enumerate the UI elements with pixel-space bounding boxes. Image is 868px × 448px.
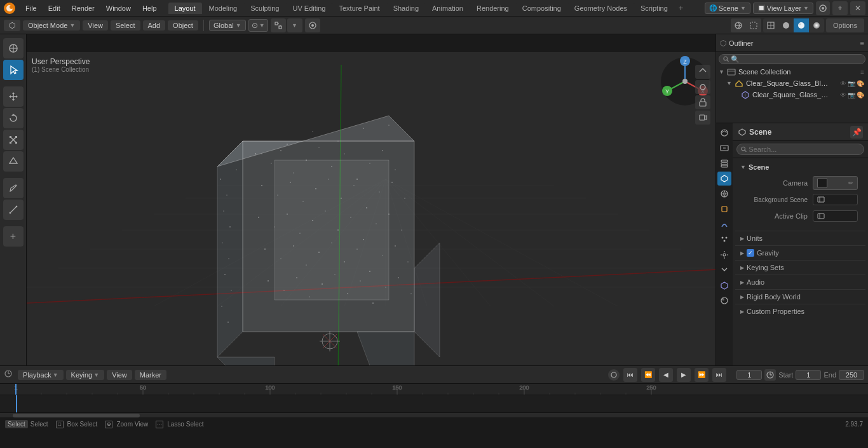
gravity-toggle[interactable]: ▶ ✓ Gravity	[738, 247, 863, 259]
outliner-scene-collection[interactable]: ▼ Scene Collection ≡	[716, 66, 868, 78]
workspace-tab-shading[interactable]: Shading	[387, 3, 425, 14]
workspace-tab-layout[interactable]: Layout	[168, 3, 202, 14]
3d-viewport[interactable]: User Perspective (1) Scene Collection Z …	[27, 34, 715, 365]
frame-clock-button[interactable]	[764, 369, 776, 381]
snap-type-button[interactable]: ▼	[287, 18, 302, 32]
toggle-overlays[interactable]	[731, 18, 746, 32]
workspace-tab-sculpting[interactable]: Sculpting	[244, 3, 285, 14]
proportional-toggle[interactable]	[305, 18, 320, 32]
rigid-body-toggle[interactable]: ▶ Rigid Body World	[738, 291, 863, 302]
add-menu[interactable]: Add	[143, 20, 166, 31]
record-button[interactable]	[608, 369, 620, 381]
keying-menu[interactable]: Keying ▼	[66, 370, 105, 380]
custom-props-toggle[interactable]: ▶ Custom Properties	[738, 306, 863, 317]
play-reverse-button[interactable]: ◀	[659, 368, 673, 382]
play-button[interactable]: ▶	[677, 368, 691, 382]
jump-end-button[interactable]: ⏭	[712, 368, 726, 382]
camera-lock-button[interactable]	[695, 95, 710, 109]
prop-tab-physics[interactable]	[717, 248, 731, 262]
shading-rendered[interactable]	[809, 18, 824, 32]
scale-tool[interactable]	[3, 130, 24, 150]
editor-type-button[interactable]: ⬡	[4, 20, 20, 31]
workspace-tab-geometry[interactable]: Geometry Nodes	[568, 3, 634, 14]
workspace-tab-uv[interactable]: UV Editing	[286, 3, 332, 14]
camera-value-field[interactable]: ✏	[813, 176, 858, 190]
viewport-canvas[interactable]: User Perspective (1) Scene Collection Z …	[27, 52, 715, 365]
workspace-tab-modeling[interactable]: Modeling	[203, 3, 244, 14]
gravity-checkbox[interactable]: ✓	[747, 249, 754, 257]
prop-tab-object[interactable]	[717, 202, 731, 216]
shading-wireframe[interactable]	[763, 18, 778, 32]
move-tool[interactable]	[3, 86, 24, 107]
object-menu[interactable]: Object	[168, 20, 198, 31]
scene-add-button[interactable]: +	[832, 1, 848, 15]
pan-camera-button[interactable]	[695, 80, 710, 94]
viewport-options-button[interactable]: Options	[826, 18, 864, 32]
camera-view-button[interactable]	[695, 111, 710, 125]
camera-field-edit[interactable]: ✏	[848, 180, 853, 186]
prop-tab-material[interactable]	[717, 294, 731, 308]
end-frame-input[interactable]: 250	[839, 370, 864, 380]
outliner-filter-visibility[interactable]: ≡	[860, 69, 864, 76]
active-clip-field[interactable]	[813, 210, 858, 222]
outliner-search-input[interactable]	[731, 55, 861, 63]
measure-tool[interactable]	[3, 200, 24, 220]
menu-help[interactable]: Help	[137, 3, 162, 13]
current-frame-input[interactable]: 1	[736, 370, 762, 380]
rotate-tool[interactable]	[3, 108, 24, 128]
workspace-add-button[interactable]: +	[675, 2, 688, 14]
shading-material[interactable]	[794, 18, 809, 32]
prop-tab-output[interactable]	[717, 141, 731, 155]
toggle-xray[interactable]	[746, 18, 761, 32]
prop-tab-particles[interactable]	[717, 233, 731, 247]
timeline-scrollbar[interactable]	[0, 412, 868, 417]
prev-frame-button[interactable]: ⏪	[641, 368, 655, 382]
item1-eye-btn[interactable]: 👁	[840, 92, 846, 98]
prop-tab-constraints[interactable]	[717, 263, 731, 277]
annotate-tool[interactable]	[3, 178, 24, 198]
item1-camera-btn[interactable]: 📷	[848, 92, 855, 98]
outliner-item-0[interactable]: ▼ Clear_Square_Glass_Block 👁 📷 🎨	[716, 78, 868, 89]
shading-solid[interactable]	[778, 18, 794, 32]
pin-prop-button[interactable]: 📌	[850, 126, 863, 139]
marker-menu[interactable]: Marker	[135, 370, 166, 380]
item0-eye-btn[interactable]: 👁	[840, 80, 846, 87]
snap-toggle[interactable]	[271, 18, 286, 32]
menu-file[interactable]: File	[20, 3, 42, 13]
view-menu[interactable]: View	[83, 20, 108, 31]
properties-search-input[interactable]	[749, 146, 860, 153]
prop-tab-view-layer[interactable]	[717, 156, 731, 170]
workspace-tab-compositing[interactable]: Compositing	[516, 3, 567, 14]
view-layer-dropdown[interactable]: View Layer	[767, 4, 801, 12]
workspace-tab-scripting[interactable]: Scripting	[634, 3, 674, 14]
transform-orientation-selector[interactable]: Global ▼	[209, 20, 246, 31]
item0-camera-btn[interactable]: 📷	[848, 80, 855, 87]
jump-start-button[interactable]: ⏮	[623, 368, 637, 382]
navigation-gizmo[interactable]: Z X Y	[660, 56, 710, 107]
menu-edit[interactable]: Edit	[43, 3, 65, 13]
prop-tab-modifier[interactable]	[717, 217, 731, 231]
workspace-tab-animation[interactable]: Animation	[426, 3, 470, 14]
view-menu-timeline[interactable]: View	[107, 370, 132, 380]
add-object-tool[interactable]: +	[3, 226, 24, 247]
transform-pivot-button[interactable]: ⊙ ▼	[248, 19, 268, 32]
select-tool[interactable]	[3, 60, 24, 80]
workspace-tab-texture[interactable]: Texture Paint	[332, 3, 386, 14]
outliner-item-1[interactable]: ▶ Clear_Square_Glass_Bloc 👁 📷 🎨	[716, 89, 868, 100]
units-toggle[interactable]: ▶ Units	[738, 233, 863, 244]
select-menu[interactable]: Select	[111, 20, 140, 31]
menu-window[interactable]: Window	[101, 3, 136, 13]
menu-render[interactable]: Render	[67, 3, 100, 13]
scene-remove-button[interactable]: ✕	[850, 1, 865, 15]
object-mode-button[interactable]: Object Mode ▼	[23, 20, 80, 31]
start-frame-input[interactable]: 1	[796, 370, 821, 380]
item0-render-btn[interactable]: 🎨	[857, 80, 864, 87]
prop-tab-scene[interactable]	[717, 172, 731, 186]
background-scene-field[interactable]	[813, 194, 858, 205]
audio-toggle[interactable]: ▶ Audio	[738, 276, 863, 288]
next-frame-button[interactable]: ⏩	[695, 368, 709, 382]
workspace-tab-rendering[interactable]: Rendering	[470, 3, 515, 14]
prop-tab-render[interactable]	[717, 126, 731, 140]
engine-settings-button[interactable]	[816, 1, 830, 15]
item1-render-btn[interactable]: 🎨	[857, 92, 864, 98]
